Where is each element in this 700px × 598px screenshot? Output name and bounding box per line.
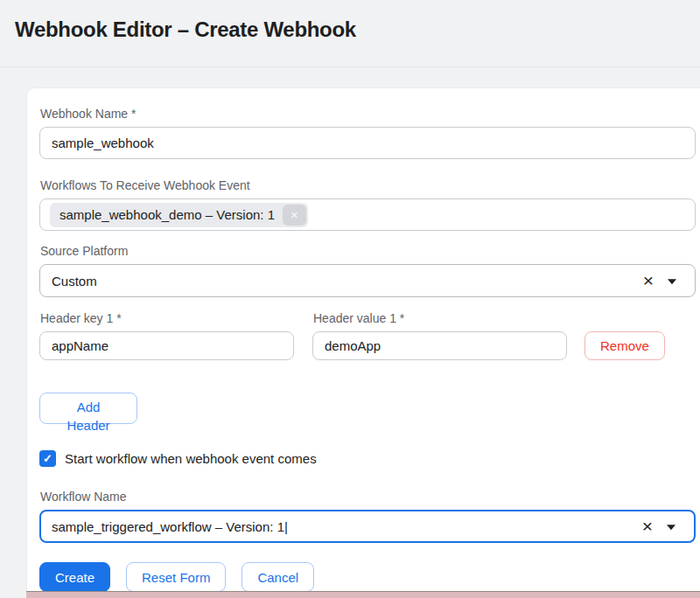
checkmark-icon: ✓ [43, 452, 52, 465]
workflows-to-receive-multiselect[interactable]: sample_webhook_demo – Version: 1 × [39, 198, 696, 231]
remove-header-button[interactable]: Remove [584, 331, 665, 360]
source-platform-value: Custom [52, 274, 97, 289]
create-button[interactable]: Create [39, 562, 110, 592]
header-key-label: Header key 1 * [40, 311, 294, 325]
header-row: Header key 1 * Header value 1 * Remove [39, 311, 696, 360]
source-platform-select[interactable]: Custom × [39, 264, 696, 297]
workflow-chip: sample_webhook_demo – Version: 1 × [50, 203, 308, 227]
add-header-button[interactable]: Add Header [39, 393, 137, 424]
start-workflow-label: Start workflow when webhook event comes [65, 451, 317, 466]
workflow-name-select[interactable]: sample_triggered_workflow – Version: 1| … [39, 510, 696, 543]
page-title: Webhook Editor – Create Webhook [0, 0, 700, 42]
workflow-name-label: Workflow Name [40, 490, 696, 504]
chip-remove-icon[interactable]: × [283, 205, 306, 226]
start-workflow-row: ✓ Start workflow when webhook event come… [39, 450, 696, 467]
start-workflow-checkbox[interactable]: ✓ [39, 450, 56, 467]
clear-icon[interactable]: × [642, 517, 653, 535]
dropdown-caret-icon[interactable] [667, 525, 676, 530]
clear-icon[interactable]: × [643, 271, 654, 289]
form-actions: Create Reset Form Cancel [39, 562, 696, 592]
header-key-input[interactable] [39, 331, 294, 360]
workflow-chip-label: sample_webhook_demo – Version: 1 [60, 207, 275, 222]
webhook-name-label: Webhook Name * [40, 107, 696, 121]
webhook-name-input[interactable] [39, 127, 696, 159]
reset-form-button[interactable]: Reset Form [126, 562, 226, 592]
source-platform-label: Source Platform [40, 244, 696, 258]
workflow-name-value: sample_triggered_workflow – Version: 1| [52, 519, 288, 534]
dropdown-caret-icon[interactable] [668, 279, 676, 284]
webhook-form-card: Webhook Name * Workflows To Receive Webh… [26, 87, 700, 591]
workflows-to-receive-label: Workflows To Receive Webhook Event [40, 178, 696, 192]
page-header: Webhook Editor – Create Webhook [0, 0, 700, 67]
add-header-label: Add Header [61, 398, 116, 435]
header-value-label: Header value 1 * [313, 311, 567, 325]
cancel-button[interactable]: Cancel [242, 562, 314, 592]
cut-off-bottom-banner [26, 591, 700, 598]
header-value-input[interactable] [312, 331, 567, 360]
